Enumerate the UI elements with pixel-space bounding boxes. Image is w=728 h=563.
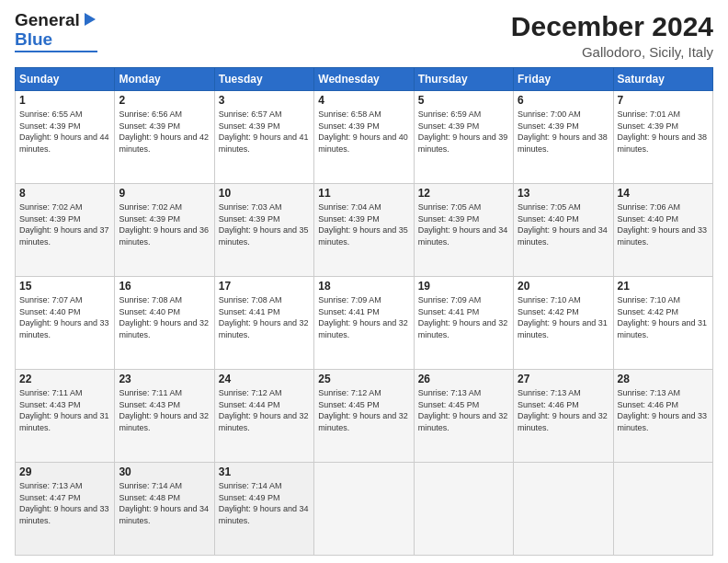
cell-info: Sunrise: 6:59 AMSunset: 4:39 PMDaylight:… [418, 109, 509, 155]
day-number: 24 [219, 373, 310, 385]
calendar-cell: 8Sunrise: 7:02 AMSunset: 4:39 PMDaylight… [16, 184, 115, 277]
cell-info: Sunrise: 7:09 AMSunset: 4:41 PMDaylight:… [418, 294, 509, 340]
calendar-cell: 22Sunrise: 7:11 AMSunset: 4:43 PMDayligh… [16, 370, 115, 463]
cell-info: Sunrise: 7:13 AMSunset: 4:47 PMDaylight:… [19, 480, 110, 526]
day-number: 14 [618, 187, 709, 200]
calendar-cell: 5Sunrise: 6:59 AMSunset: 4:39 PMDaylight… [414, 91, 513, 184]
cell-info: Sunrise: 7:05 AMSunset: 4:39 PMDaylight:… [418, 201, 509, 247]
day-number: 12 [418, 187, 509, 200]
cell-info: Sunrise: 7:14 AMSunset: 4:49 PMDaylight:… [219, 480, 310, 526]
day-number: 18 [318, 280, 409, 293]
cell-info: Sunrise: 6:55 AMSunset: 4:39 PMDaylight:… [19, 109, 110, 155]
day-number: 26 [418, 373, 509, 385]
calendar-week-row: 15Sunrise: 7:07 AMSunset: 4:40 PMDayligh… [16, 277, 713, 370]
calendar-cell [514, 463, 613, 556]
calendar-cell: 14Sunrise: 7:06 AMSunset: 4:40 PMDayligh… [613, 184, 712, 277]
header: General Blue December 2024 Gallodoro, Si… [15, 11, 713, 60]
cell-info: Sunrise: 7:09 AMSunset: 4:41 PMDaylight:… [318, 294, 409, 340]
cell-info: Sunrise: 7:02 AMSunset: 4:39 PMDaylight:… [19, 201, 110, 247]
cell-info: Sunrise: 6:57 AMSunset: 4:39 PMDaylight:… [219, 109, 310, 155]
day-number: 7 [618, 94, 709, 107]
day-number: 25 [318, 373, 409, 385]
cell-info: Sunrise: 6:56 AMSunset: 4:39 PMDaylight:… [119, 109, 210, 155]
day-number: 30 [119, 465, 210, 478]
calendar-cell: 17Sunrise: 7:08 AMSunset: 4:41 PMDayligh… [214, 277, 313, 370]
title-block: December 2024 Gallodoro, Sicily, Italy [511, 11, 713, 60]
calendar-cell: 23Sunrise: 7:11 AMSunset: 4:43 PMDayligh… [115, 370, 214, 463]
cell-info: Sunrise: 7:02 AMSunset: 4:39 PMDaylight:… [119, 201, 210, 247]
cell-info: Sunrise: 7:07 AMSunset: 4:40 PMDaylight:… [19, 294, 110, 340]
day-number: 17 [219, 280, 310, 293]
cell-info: Sunrise: 7:14 AMSunset: 4:48 PMDaylight:… [119, 480, 210, 526]
cell-info: Sunrise: 7:01 AMSunset: 4:39 PMDaylight:… [618, 109, 709, 155]
calendar-cell: 30Sunrise: 7:14 AMSunset: 4:48 PMDayligh… [115, 463, 214, 556]
calendar-cell: 29Sunrise: 7:13 AMSunset: 4:47 PMDayligh… [16, 463, 115, 556]
logo-blue-text: Blue [15, 30, 52, 50]
calendar-cell: 1Sunrise: 6:55 AMSunset: 4:39 PMDaylight… [16, 91, 115, 184]
calendar-cell: 26Sunrise: 7:13 AMSunset: 4:45 PMDayligh… [414, 370, 513, 463]
calendar-header-row: SundayMondayTuesdayWednesdayThursdayFrid… [16, 68, 713, 91]
calendar-cell [613, 463, 712, 556]
calendar-cell: 2Sunrise: 6:56 AMSunset: 4:39 PMDaylight… [115, 91, 214, 184]
calendar-cell: 31Sunrise: 7:14 AMSunset: 4:49 PMDayligh… [214, 463, 313, 556]
calendar-cell: 25Sunrise: 7:12 AMSunset: 4:45 PMDayligh… [314, 370, 414, 463]
calendar-header-saturday: Saturday [613, 68, 712, 91]
day-number: 2 [119, 94, 210, 107]
svg-marker-0 [85, 13, 96, 26]
day-number: 27 [518, 373, 609, 385]
day-number: 29 [19, 465, 110, 478]
logo-text-block: General Blue [15, 11, 97, 52]
logo-general-text: General [15, 11, 80, 30]
calendar-cell: 13Sunrise: 7:05 AMSunset: 4:40 PMDayligh… [514, 184, 613, 277]
main-title: December 2024 [511, 11, 713, 42]
cell-info: Sunrise: 7:08 AMSunset: 4:41 PMDaylight:… [219, 294, 310, 340]
cell-info: Sunrise: 7:13 AMSunset: 4:46 PMDaylight:… [618, 387, 709, 433]
cell-info: Sunrise: 7:12 AMSunset: 4:44 PMDaylight:… [219, 387, 310, 433]
calendar-header-monday: Monday [115, 68, 214, 91]
calendar-cell: 9Sunrise: 7:02 AMSunset: 4:39 PMDaylight… [115, 184, 214, 277]
cell-info: Sunrise: 7:06 AMSunset: 4:40 PMDaylight:… [618, 201, 709, 247]
calendar-cell: 3Sunrise: 6:57 AMSunset: 4:39 PMDaylight… [214, 91, 313, 184]
calendar-cell: 15Sunrise: 7:07 AMSunset: 4:40 PMDayligh… [16, 277, 115, 370]
calendar-week-row: 8Sunrise: 7:02 AMSunset: 4:39 PMDaylight… [16, 184, 713, 277]
cell-info: Sunrise: 7:00 AMSunset: 4:39 PMDaylight:… [518, 109, 609, 155]
calendar-cell: 11Sunrise: 7:04 AMSunset: 4:39 PMDayligh… [314, 184, 414, 277]
cell-info: Sunrise: 6:58 AMSunset: 4:39 PMDaylight:… [318, 109, 409, 155]
calendar-cell: 27Sunrise: 7:13 AMSunset: 4:46 PMDayligh… [514, 370, 613, 463]
calendar-cell: 7Sunrise: 7:01 AMSunset: 4:39 PMDaylight… [613, 91, 712, 184]
cell-info: Sunrise: 7:11 AMSunset: 4:43 PMDaylight:… [119, 387, 210, 433]
cell-info: Sunrise: 7:13 AMSunset: 4:45 PMDaylight:… [418, 387, 509, 433]
calendar-cell: 10Sunrise: 7:03 AMSunset: 4:39 PMDayligh… [214, 184, 313, 277]
day-number: 16 [119, 280, 210, 293]
calendar-cell: 24Sunrise: 7:12 AMSunset: 4:44 PMDayligh… [214, 370, 313, 463]
calendar-week-row: 22Sunrise: 7:11 AMSunset: 4:43 PMDayligh… [16, 370, 713, 463]
calendar-week-row: 29Sunrise: 7:13 AMSunset: 4:47 PMDayligh… [16, 463, 713, 556]
calendar-cell: 12Sunrise: 7:05 AMSunset: 4:39 PMDayligh… [414, 184, 513, 277]
day-number: 19 [418, 280, 509, 293]
calendar-week-row: 1Sunrise: 6:55 AMSunset: 4:39 PMDaylight… [16, 91, 713, 184]
calendar-cell: 4Sunrise: 6:58 AMSunset: 4:39 PMDaylight… [314, 91, 414, 184]
logo: General Blue [15, 11, 97, 52]
day-number: 9 [119, 187, 210, 200]
day-number: 4 [318, 94, 409, 107]
cell-info: Sunrise: 7:03 AMSunset: 4:39 PMDaylight:… [219, 201, 310, 247]
cell-info: Sunrise: 7:10 AMSunset: 4:42 PMDaylight:… [518, 294, 609, 340]
day-number: 8 [19, 187, 110, 200]
calendar-cell: 28Sunrise: 7:13 AMSunset: 4:46 PMDayligh… [613, 370, 712, 463]
day-number: 28 [618, 373, 709, 385]
calendar-cell [314, 463, 414, 556]
calendar-header-wednesday: Wednesday [314, 68, 414, 91]
calendar-header-friday: Friday [514, 68, 613, 91]
day-number: 15 [19, 280, 110, 293]
page-container: General Blue December 2024 Gallodoro, Si… [0, 0, 728, 563]
calendar-header-thursday: Thursday [414, 68, 513, 91]
day-number: 31 [219, 465, 310, 478]
calendar-table: SundayMondayTuesdayWednesdayThursdayFrid… [15, 67, 713, 556]
calendar-cell: 6Sunrise: 7:00 AMSunset: 4:39 PMDaylight… [514, 91, 613, 184]
day-number: 13 [518, 187, 609, 200]
cell-info: Sunrise: 7:13 AMSunset: 4:46 PMDaylight:… [518, 387, 609, 433]
day-number: 5 [418, 94, 509, 107]
day-number: 10 [219, 187, 310, 200]
cell-info: Sunrise: 7:04 AMSunset: 4:39 PMDaylight:… [318, 201, 409, 247]
calendar-cell: 20Sunrise: 7:10 AMSunset: 4:42 PMDayligh… [514, 277, 613, 370]
